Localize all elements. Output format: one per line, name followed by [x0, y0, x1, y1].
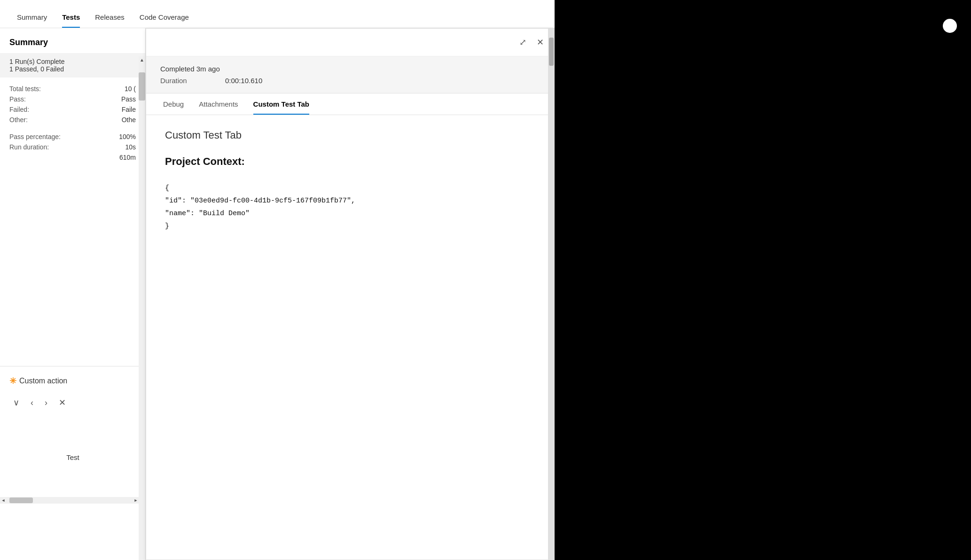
tab-releases[interactable]: Releases: [87, 13, 132, 28]
detail-duration-row: Duration 0:00:10.610: [160, 77, 540, 85]
tab-summary[interactable]: Summary: [9, 13, 55, 28]
main-scrollbar[interactable]: [548, 28, 555, 560]
asterisk-icon: ✳: [9, 376, 16, 386]
total-tests-row: Total tests: 10 (: [9, 85, 136, 93]
pass-label: Pass:: [9, 95, 26, 103]
detail-panel: ⤢ ✕ Completed 3m ago Duration 0:00:10.61…: [146, 28, 555, 560]
detail-meta: Completed 3m ago Duration 0:00:10.610: [146, 56, 554, 93]
duration-label: Duration: [160, 77, 221, 85]
summary-section: Summary 1 Run(s) Complete 1 Passed, 0 Fa…: [0, 28, 145, 169]
next-button[interactable]: ›: [43, 396, 49, 410]
other-row: Other: Othe: [9, 116, 136, 124]
failed-value: Faile: [122, 106, 136, 113]
left-panel: Summary 1 Run(s) Complete 1 Passed, 0 Fa…: [0, 28, 146, 560]
detail-panel-header: ⤢ ✕: [146, 29, 554, 56]
run-line-1: 1 Run(s) Complete: [9, 58, 136, 65]
custom-action-area: ✳ Custom action ∨ ‹ › ✕: [0, 366, 146, 419]
code-line-2: "id": "03e0ed9d-fc00-4d1b-9cf5-167f09b1f…: [165, 194, 535, 207]
pass-percentage-label: Pass percentage:: [9, 133, 61, 140]
expand-button[interactable]: ⤢: [517, 35, 529, 49]
close-button[interactable]: ✕: [534, 35, 547, 49]
nav-controls: ∨ ‹ › ✕: [9, 396, 136, 410]
failed-label: Failed:: [9, 106, 29, 113]
top-navigation: Summary Tests Releases Code Coverage: [0, 0, 555, 28]
detail-tabs: Debug Attachments Custom Test Tab: [146, 93, 554, 115]
run-duration-row-2: 610m: [9, 154, 136, 161]
custom-action-text: Custom action: [19, 377, 67, 385]
prev-button[interactable]: ‹: [29, 396, 35, 410]
pass-row: Pass: Pass: [9, 95, 136, 103]
scroll-h-thumb[interactable]: [9, 498, 33, 503]
pass-value: Pass: [121, 95, 136, 103]
failed-row: Failed: Faile: [9, 106, 136, 113]
runs-complete-bar: 1 Run(s) Complete 1 Passed, 0 Failed: [0, 53, 145, 78]
main-scrollbar-thumb[interactable]: [549, 38, 554, 66]
total-tests-label: Total tests:: [9, 85, 41, 93]
pass-percentage-value: 100%: [119, 133, 136, 140]
tab-code-coverage[interactable]: Code Coverage: [132, 13, 196, 28]
total-tests-value: 10 (: [125, 85, 136, 93]
run-duration-label: Run duration:: [9, 143, 49, 151]
tab-debug[interactable]: Debug: [156, 93, 191, 115]
left-scrollbar[interactable]: ▲ ▼: [139, 56, 145, 560]
right-black-area: [555, 0, 971, 560]
detail-completed: Completed 3m ago: [160, 65, 540, 73]
stats-table: Total tests: 10 ( Pass: Pass Failed: Fai…: [9, 85, 136, 124]
summary-title: Summary: [9, 38, 136, 47]
run-line-2: 1 Passed, 0 Failed: [9, 65, 136, 73]
run-duration-value-2: 610m: [119, 154, 136, 161]
other-value: Othe: [122, 116, 136, 124]
tab-tests[interactable]: Tests: [55, 13, 87, 28]
detail-section-title: Project Context:: [165, 156, 535, 168]
detail-content: Custom Test Tab Project Context: { "id":…: [146, 115, 554, 251]
dismiss-button[interactable]: ✕: [57, 396, 68, 410]
scroll-right-arrow[interactable]: ►: [133, 497, 139, 504]
pass-percentage-row: Pass percentage: 100%: [9, 133, 136, 140]
detail-content-title: Custom Test Tab: [165, 129, 535, 141]
duration-value: 0:00:10.610: [225, 77, 262, 85]
code-line-4: }: [165, 220, 535, 233]
other-label: Other:: [9, 116, 28, 124]
scroll-left-arrow[interactable]: ◄: [0, 497, 7, 504]
run-duration-row: Run duration: 10s: [9, 143, 136, 151]
scrollbar-thumb[interactable]: [139, 72, 145, 101]
tab-attachments[interactable]: Attachments: [191, 93, 245, 115]
scrollbar-track: [548, 28, 555, 560]
tab-custom-test-tab[interactable]: Custom Test Tab: [246, 93, 317, 115]
test-label: Test: [9, 453, 136, 461]
custom-action-label: ✳ Custom action: [9, 376, 136, 386]
detail-code-block: { "id": "03e0ed9d-fc00-4d1b-9cf5-167f09b…: [165, 177, 535, 237]
test-label-area: Test: [0, 449, 146, 466]
collapse-button[interactable]: ∨: [11, 396, 21, 410]
run-duration-value: 10s: [125, 143, 136, 151]
code-line-3: "name": "Build Demo": [165, 207, 535, 220]
scroll-up-arrow[interactable]: ▲: [139, 56, 145, 63]
code-line-1: {: [165, 182, 535, 194]
white-circle: [943, 19, 957, 33]
bottom-scrollbar[interactable]: ◄ ►: [0, 497, 139, 504]
